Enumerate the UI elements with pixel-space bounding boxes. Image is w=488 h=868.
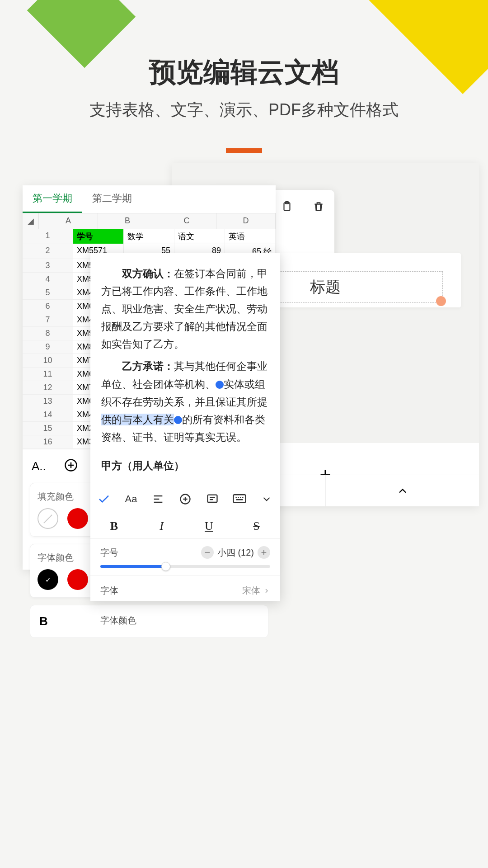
svg-rect-9 (234, 495, 246, 502)
font-family-value: 宋体 (242, 585, 260, 597)
strike-button[interactable]: S (243, 519, 270, 533)
selection-handle-end-icon[interactable] (174, 416, 182, 424)
chevron-right-icon (263, 587, 270, 594)
trash-icon (312, 200, 325, 213)
keyboard-button[interactable] (232, 491, 247, 507)
divider (226, 148, 262, 153)
bold-button[interactable]: B (101, 519, 128, 533)
italic-button[interactable]: I (148, 519, 175, 533)
col-head-d[interactable]: D (216, 213, 276, 229)
doc-toolbar: Aa (90, 484, 280, 514)
collapse-button[interactable] (325, 475, 479, 506)
sheet-tabs: 第一学期 第二学期 (23, 185, 276, 213)
selection-handle-start-icon[interactable] (216, 381, 224, 389)
font-color-red[interactable] (67, 569, 88, 590)
cell[interactable]: 学号 (73, 229, 124, 244)
col-head-c[interactable]: C (157, 213, 216, 229)
cell[interactable]: 英语 (225, 229, 276, 244)
delete-button[interactable] (312, 200, 325, 213)
col-head-b[interactable]: B (98, 213, 157, 229)
fill-color-none[interactable] (38, 508, 58, 529)
font-family-label: 字体 (100, 585, 118, 597)
col-head-a[interactable]: A (39, 213, 98, 229)
cell[interactable]: 语文 (174, 229, 225, 244)
tab-semester-2[interactable]: 第二学期 (82, 185, 142, 213)
font-size-value: 小四 (12) (217, 547, 254, 559)
font-size-section: 字号 − 小四 (12) + (90, 539, 280, 576)
paste-button[interactable] (280, 200, 294, 213)
party-a-label: 甲方（用人单位） (101, 457, 269, 475)
size-increase-button[interactable]: + (258, 546, 270, 559)
font-size-slider[interactable] (100, 565, 270, 568)
comment-button[interactable] (205, 491, 220, 507)
select-all-corner[interactable]: ◢ (23, 213, 39, 229)
font-family-row[interactable]: 字体 宋体 (90, 576, 280, 606)
svg-rect-8 (208, 495, 217, 502)
subhead: 支持表格、文字、演示、PDF多种文件格式 (0, 99, 488, 121)
insert-button[interactable] (178, 491, 193, 507)
document-body[interactable]: 双方确认：在签订本合同前，甲方已将工作内容、工作条件、工作地点、职业危害、安全生… (90, 253, 280, 484)
text-style-button[interactable]: Aa (123, 491, 139, 507)
format-row: B I U S (90, 514, 280, 539)
slider-thumb[interactable] (161, 562, 170, 571)
text-selection[interactable]: 供的与本人有关 (101, 414, 174, 425)
font-color-black[interactable]: ✓ (38, 569, 58, 590)
confirm-button[interactable] (96, 491, 112, 507)
size-decrease-button[interactable]: − (201, 546, 214, 559)
document-panel: 双方确认：在签订本合同前，甲方已将工作内容、工作条件、工作地点、职业危害、安全生… (90, 253, 280, 601)
fill-color-red[interactable] (67, 508, 88, 529)
align-button[interactable] (150, 491, 166, 507)
clipboard-icon (280, 200, 294, 213)
expand-button[interactable] (259, 491, 274, 507)
tab-semester-1[interactable]: 第一学期 (23, 185, 82, 213)
underline-button[interactable]: U (196, 519, 223, 533)
resize-handle-icon[interactable] (436, 296, 446, 306)
doc-font-color-label[interactable]: 字体颜色 (90, 606, 280, 635)
add-button[interactable] (64, 458, 78, 474)
p1-label: 双方确认： (122, 268, 174, 279)
text-format-button[interactable]: A.. (32, 459, 46, 473)
cell[interactable]: 数学 (124, 229, 174, 244)
font-size-label: 字号 (100, 547, 118, 559)
p2-label: 乙方承诺： (122, 360, 174, 372)
